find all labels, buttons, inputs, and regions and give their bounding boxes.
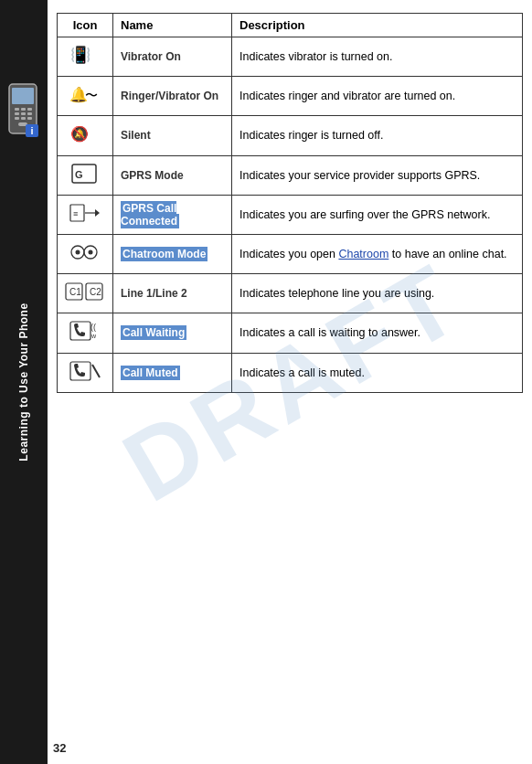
desc-cell-2: Indicates ringer is turned off. <box>232 116 523 155</box>
table-row: 📳Vibrator OnIndicates vibrator is turned… <box>58 37 523 77</box>
name-cell-8: Call Muted <box>113 353 232 392</box>
name-cell-2: Silent <box>113 116 232 155</box>
icon-table: Icon Name Description 📳Vibrator OnIndica… <box>57 13 523 393</box>
svg-rect-7 <box>27 112 32 115</box>
phone-icon: i <box>4 82 44 141</box>
svg-rect-10 <box>27 117 32 120</box>
svg-rect-4 <box>27 108 32 111</box>
name-highlighted: Call Muted <box>121 366 180 380</box>
icon-vibrator: 📳 <box>58 37 113 77</box>
name-cell-6: Line 1/Line 2 <box>113 274 232 313</box>
page-number: 32 <box>53 741 66 755</box>
desc-cell-0: Indicates vibrator is turned on. <box>232 37 523 77</box>
name-highlighted: Call Waiting <box>121 325 186 340</box>
svg-rect-2 <box>15 108 19 111</box>
table-row: 🔕SilentIndicates ringer is turned off. <box>58 116 523 155</box>
sidebar-label: Learning to Use Your Phone <box>17 302 30 461</box>
name-cell-5: Chatroom Mode <box>113 234 232 273</box>
icon-call_muted <box>58 353 113 392</box>
svg-text:≡: ≡ <box>73 209 78 218</box>
svg-rect-32 <box>70 322 90 340</box>
name-cell-0: Vibrator On <box>113 37 232 77</box>
svg-point-25 <box>76 249 80 254</box>
name-plain: Line 1/Line 2 <box>121 287 187 300</box>
name-plain: GPRS Mode <box>121 169 184 182</box>
name-cell-3: GPRS Mode <box>113 155 232 195</box>
desc-cell-4: Indicates you are surfing over the GPRS … <box>232 195 523 234</box>
svg-rect-35 <box>70 362 90 380</box>
table-row: Call MutedIndicates a call is muted. <box>58 353 523 392</box>
name-plain: Ringer/Vibrator On <box>121 90 218 102</box>
icon-gprs_mode: G <box>58 155 113 195</box>
name-highlighted: GPRS Call Connected <box>121 201 179 228</box>
chatroom-link[interactable]: Chatroom <box>338 248 388 260</box>
svg-marker-23 <box>95 209 100 217</box>
desc-cell-6: Indicates telephone line you are using. <box>232 274 523 313</box>
table-row: ≡GPRS Call ConnectedIndicates you are su… <box>58 195 523 234</box>
table-row: Chatroom ModeIndicates you open Chatroom… <box>58 234 523 273</box>
desc-cell-3: Indicates your service provider supports… <box>232 155 523 195</box>
svg-rect-8 <box>15 117 19 120</box>
desc-cell-1: Indicates ringer and vibrator are turned… <box>232 77 523 116</box>
svg-line-36 <box>92 365 100 377</box>
icon-call_waiting: ((w <box>58 313 113 353</box>
svg-text:📳: 📳 <box>70 45 91 65</box>
svg-rect-9 <box>21 117 26 120</box>
main-content: Icon Name Description 📳Vibrator OnIndica… <box>48 0 532 764</box>
header-name: Name <box>113 14 232 37</box>
table-row: 🔔〜Ringer/Vibrator OnIndicates ringer and… <box>58 77 523 116</box>
sidebar: Learning to Use Your Phone i <box>0 0 48 764</box>
svg-text:C2: C2 <box>90 287 101 297</box>
desc-cell-5: Indicates you open Chatroom to have an o… <box>232 234 523 273</box>
svg-text:w: w <box>90 333 97 339</box>
table-row: C1C2Line 1/Line 2Indicates telephone lin… <box>58 274 523 313</box>
desc-cell-8: Indicates a call is muted. <box>232 353 523 392</box>
svg-point-27 <box>89 249 93 254</box>
icon-gprs_connected: ≡ <box>58 195 113 234</box>
svg-rect-3 <box>21 108 26 111</box>
icon-line12: C1C2 <box>58 274 113 313</box>
header-icon: Icon <box>58 14 113 37</box>
svg-text:🔕: 🔕 <box>70 125 89 143</box>
svg-text:C1: C1 <box>69 287 81 297</box>
svg-rect-1 <box>12 88 34 104</box>
svg-rect-6 <box>21 112 26 115</box>
desc-cell-7: Indicates a call is waiting to answer. <box>232 313 523 353</box>
icon-silent: 🔕 <box>58 116 113 155</box>
table-row: GGPRS ModeIndicates your service provide… <box>58 155 523 195</box>
svg-text:i: i <box>30 125 33 136</box>
icon-chatroom <box>58 234 113 273</box>
table-row: ((wCall WaitingIndicates a call is waiti… <box>58 313 523 353</box>
table-header-row: Icon Name Description <box>58 14 523 37</box>
name-cell-4: GPRS Call Connected <box>113 195 232 234</box>
name-plain: Silent <box>121 129 151 142</box>
name-highlighted: Chatroom Mode <box>121 247 207 261</box>
name-plain: Vibrator On <box>121 50 181 63</box>
svg-text:G: G <box>75 169 83 180</box>
icon-ringer_vibrator: 🔔〜 <box>58 77 113 116</box>
name-cell-1: Ringer/Vibrator On <box>113 77 232 116</box>
name-cell-7: Call Waiting <box>113 313 232 353</box>
svg-text:((: (( <box>90 323 96 332</box>
header-description: Description <box>232 14 523 37</box>
svg-text:〜: 〜 <box>85 88 98 102</box>
svg-rect-5 <box>15 112 19 115</box>
